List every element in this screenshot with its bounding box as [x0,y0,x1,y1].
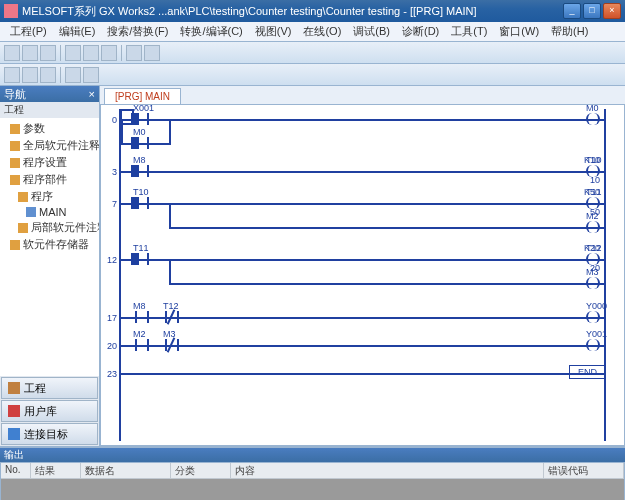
end-instruction: END [569,365,606,379]
menu-bar: 工程(P) 编辑(E) 搜索/替换(F) 转换/编译(C) 视图(V) 在线(O… [0,22,625,42]
nav-connection-button[interactable]: 连接目标 [1,423,98,445]
output-header: 输出 [0,448,625,462]
navigation-panel: 导航× 工程 参数 全局软元件注释 程序设置 程序部件 程序 MAIN 局部软元… [0,86,100,446]
nav-header: 导航× [0,86,99,102]
tool-wire-h[interactable] [65,67,81,83]
toolbar-1 [0,42,625,64]
coil-y001: Y001 [586,339,600,351]
ladder-canvas[interactable]: 0 X001 M0 M0 3 M8 T10 K10 10 7 T10 T11 [100,104,625,446]
nav-userlib-button[interactable]: 用户库 [1,400,98,422]
app-icon [4,4,18,18]
tool-coil[interactable] [40,67,56,83]
close-button[interactable]: × [603,3,621,19]
panel-header: 工程 [0,102,99,118]
contact-m2: M2 [135,339,149,351]
tool-new[interactable] [4,45,20,61]
tool-contact-close[interactable] [22,67,38,83]
menu-diagnose[interactable]: 诊断(D) [396,22,445,41]
output-grid[interactable]: No. 结果 数据名 分类 内容 错误代码 [0,462,625,500]
tree-params: 参数 [2,120,97,137]
editor-tab-main[interactable]: [PRG] MAIN [104,88,181,104]
tree-global-comment: 全局软元件注释 [2,137,97,154]
menu-search[interactable]: 搜索/替换(F) [101,22,174,41]
tool-redo[interactable] [144,45,160,61]
tool-wire-v[interactable] [83,67,99,83]
title-bar: MELSOFT系列 GX Works2 ...ank\PLC\testing\C… [0,0,625,22]
tool-contact-open[interactable] [4,67,20,83]
tool-open[interactable] [22,45,38,61]
tree-program: 程序 [2,188,97,205]
project-tree[interactable]: 参数 全局软元件注释 程序设置 程序部件 程序 MAIN 局部软元件注释 软元件… [0,118,99,376]
coil-y000: Y000 [586,311,600,323]
menu-project[interactable]: 工程(P) [4,22,53,41]
menu-view[interactable]: 视图(V) [249,22,298,41]
coil-m3: M3 [586,277,600,289]
nav-project-button[interactable]: 工程 [1,377,98,399]
tree-prog-parts: 程序部件 [2,171,97,188]
contact-m8-2: M8 [135,311,149,323]
tool-undo[interactable] [126,45,142,61]
menu-window[interactable]: 窗口(W) [493,22,545,41]
tool-paste[interactable] [101,45,117,61]
tree-device-mem: 软元件存储器 [2,236,97,253]
coil-m0: M0 [586,113,600,125]
tree-prog-setting: 程序设置 [2,154,97,171]
menu-online[interactable]: 在线(O) [297,22,347,41]
menu-help[interactable]: 帮助(H) [545,22,594,41]
tool-save[interactable] [40,45,56,61]
tree-local-comment: 局部软元件注释 [2,219,97,236]
window-title: MELSOFT系列 GX Works2 ...ank\PLC\testing\C… [22,4,563,19]
output-panel: 输出 No. 结果 数据名 分类 内容 错误代码 [0,446,625,500]
minimize-button[interactable]: _ [563,3,581,19]
tree-main: MAIN [2,205,97,219]
contact-m3-nc: M3 [165,339,179,351]
maximize-button[interactable]: □ [583,3,601,19]
menu-compile[interactable]: 转换/编译(C) [174,22,248,41]
menu-edit[interactable]: 编辑(E) [53,22,102,41]
toolbar-2 [0,64,625,86]
menu-tools[interactable]: 工具(T) [445,22,493,41]
coil-m2: M2 [586,221,600,233]
tool-copy[interactable] [83,45,99,61]
contact-t12-nc: T12 [165,311,179,323]
editor-area: [PRG] MAIN 0 X001 M0 M0 3 M8 T10 K10 [100,86,625,446]
tool-cut[interactable] [65,45,81,61]
menu-debug[interactable]: 调试(B) [347,22,396,41]
